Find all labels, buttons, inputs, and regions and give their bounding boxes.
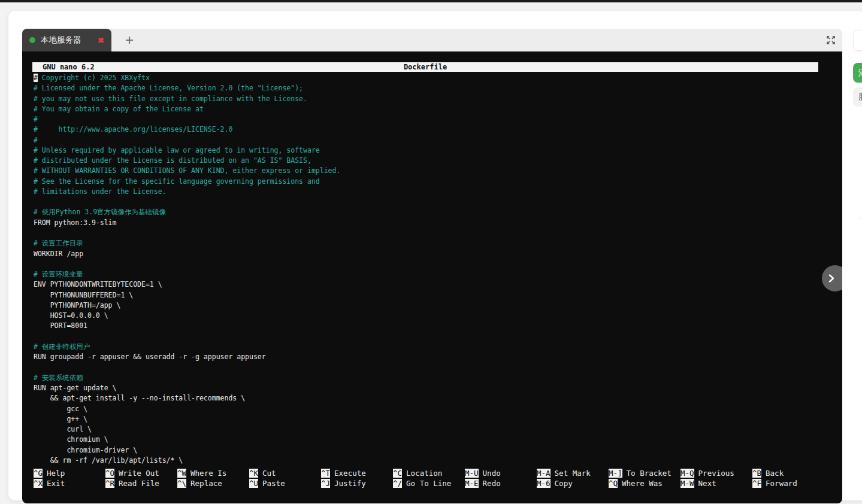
shortcut-column: M-QPreviousM-WNext xyxy=(680,468,752,489)
shortcut-key: ^G xyxy=(34,469,43,478)
server-panel-tab[interactable]: 服 xyxy=(853,30,862,51)
shortcut-label: Go To Line xyxy=(406,479,451,488)
window-top-edge xyxy=(0,0,862,2)
editor-line: # http://www.apache.org/licenses/LICENSE… xyxy=(34,125,340,135)
terminal-window[interactable]: Dockerfile GNU nano 6.2 # Copyright (c) … xyxy=(22,51,842,503)
shortcut-label: Where Is xyxy=(190,469,226,478)
editor-line: # Unless required by applicable law or a… xyxy=(34,145,340,156)
editor-line: FROM python:3.9-slim xyxy=(34,218,340,228)
shortcut-label: Forward xyxy=(766,479,797,488)
shortcut-item: M-ERedo xyxy=(465,478,537,488)
code-segment: HOST=0.0.0.0 \ xyxy=(34,311,108,320)
editor-line: # See the License for the specific langu… xyxy=(34,177,340,187)
shortcut-item: M-ASet Mark xyxy=(537,468,609,478)
editor-line: # xyxy=(34,114,340,125)
editor-line: RUN groupadd -r appuser && useradd -r -g… xyxy=(34,352,340,362)
editor-line: PYTHONUNBUFFERED=1 \ xyxy=(34,290,340,300)
shortcut-label: To Bracket xyxy=(627,469,672,478)
panel-expand-chevron-button[interactable] xyxy=(822,265,842,292)
shortcut-label: Paste xyxy=(262,479,285,488)
code-segment: gcc \ xyxy=(34,405,87,413)
code-segment: # 设置工作目录 xyxy=(34,239,83,247)
code-segment: # Licensed under the Apache License, Ver… xyxy=(34,84,303,92)
shortcut-key: ^\ xyxy=(177,479,186,488)
shortcut-column: ^CLocation^/Go To Line xyxy=(393,468,465,489)
shortcut-column: M-ASet MarkM-6Copy xyxy=(537,468,609,489)
shortcut-item: ^CLocation xyxy=(393,468,465,478)
editor-line: # 使用Python 3.9官方镜像作为基础镜像 xyxy=(34,207,340,217)
shortcut-key: ^T xyxy=(321,469,330,478)
shortcut-column: ^OWrite Out^RRead File xyxy=(105,468,177,489)
editor-line: curl \ xyxy=(34,424,340,435)
editor-line xyxy=(34,259,340,269)
editor-line: WORKDIR /app xyxy=(34,249,340,259)
shortcut-column: ^KCut^UPaste xyxy=(249,468,321,489)
code-segment: RUN groupadd -r appuser && useradd -r -g… xyxy=(34,353,266,361)
shortcut-label: Write Out xyxy=(119,469,159,478)
add-server-button[interactable]: 添加 xyxy=(853,63,862,83)
editor-line: # Copyright (c) 2025 XBXyftx xyxy=(34,73,340,83)
editor-line: PORT=8001 xyxy=(34,321,340,331)
code-segment: # See the License for the specific langu… xyxy=(34,177,320,186)
editor-line: gcc \ xyxy=(34,404,340,414)
nano-filename: Dockerfile xyxy=(32,62,818,72)
editor-line: HOST=0.0.0.0 \ xyxy=(34,311,340,321)
code-segment: ENV PYTHONDONTWRITEBYTECODE=1 \ xyxy=(34,280,162,289)
editor-line: ENV PYTHONDONTWRITEBYTECODE=1 \ xyxy=(34,280,340,290)
shortcut-column: ^GHelp^XExit xyxy=(34,468,105,489)
connection-status-dot xyxy=(29,37,35,43)
shortcut-key: M-A xyxy=(537,469,551,478)
shortcut-label: Help xyxy=(47,469,65,478)
shortcut-item: ^BBack xyxy=(752,468,824,478)
shortcut-key: M-6 xyxy=(537,479,551,488)
shortcut-key: M-] xyxy=(609,469,622,478)
editor-line xyxy=(34,362,340,372)
shortcut-label: Read File xyxy=(119,479,159,488)
fullscreen-icon[interactable] xyxy=(825,35,836,45)
code-segment: Copyright (c) 2025 XBXyftx xyxy=(38,74,150,82)
server-list-button[interactable]: 服务 xyxy=(853,87,862,107)
shortcut-label: Copy xyxy=(555,479,573,488)
shortcut-key: ^B xyxy=(752,469,761,478)
right-panel-divider xyxy=(859,218,862,219)
shortcut-key: ^J xyxy=(321,479,330,488)
shortcut-key: ^C xyxy=(393,469,402,478)
shortcut-label: Set Mark xyxy=(555,469,591,478)
code-segment: # 创建非特权用户 xyxy=(34,342,90,351)
nano-editor-content[interactable]: # Copyright (c) 2025 XBXyftx# Licensed u… xyxy=(34,73,340,466)
editor-line: # limitations under the License. xyxy=(34,187,340,197)
shortcut-key: ^/ xyxy=(393,479,402,488)
shortcut-key: ^X xyxy=(34,479,43,488)
shortcut-label: Back xyxy=(766,469,784,478)
code-segment: PYTHONPATH=/app \ xyxy=(34,301,120,309)
server-list-button-label: 服务 xyxy=(858,92,862,102)
editor-line: chromium \ xyxy=(34,435,340,445)
code-segment: curl \ xyxy=(34,425,92,433)
shortcut-key: ^K xyxy=(249,469,258,478)
shortcut-item: ^RRead File xyxy=(105,478,177,488)
new-tab-button[interactable]: + xyxy=(117,29,142,51)
editor-line: chromium-driver \ xyxy=(34,445,340,456)
editor-line: # WITHOUT WARRANTIES OR CONDITIONS OF AN… xyxy=(34,166,340,176)
editor-line: # xyxy=(34,135,340,145)
shortcut-item: ^FForward xyxy=(752,478,824,488)
shortcut-item: ^KCut xyxy=(249,468,321,478)
code-segment: chromium \ xyxy=(34,435,108,444)
shortcut-item: ^\Replace xyxy=(177,478,249,488)
text-cursor: # xyxy=(34,74,38,82)
shortcut-item: ^GHelp xyxy=(34,468,105,478)
code-segment: PYTHONUNBUFFERED=1 \ xyxy=(34,291,133,299)
editor-line: g++ \ xyxy=(34,414,340,424)
code-segment: RUN apt-get update \ xyxy=(34,384,116,392)
shortcut-label: Replace xyxy=(190,479,222,488)
editor-line: && rm -rf /var/lib/apt/lists/* \ xyxy=(34,456,340,466)
tab-local-server[interactable]: 本地服务器 ✖ xyxy=(22,29,111,51)
shortcut-column: ^BBack^FForward xyxy=(752,468,824,489)
shortcut-key: ^W xyxy=(177,469,186,478)
code-segment: chromium-driver \ xyxy=(34,446,137,454)
chevron-right-icon xyxy=(827,274,836,283)
terminal-tab-bar: 本地服务器 ✖ + xyxy=(22,29,842,51)
close-tab-icon[interactable]: ✖ xyxy=(98,37,104,44)
editor-line: # Licensed under the Apache License, Ver… xyxy=(34,83,340,93)
shortcut-label: Next xyxy=(698,479,716,488)
